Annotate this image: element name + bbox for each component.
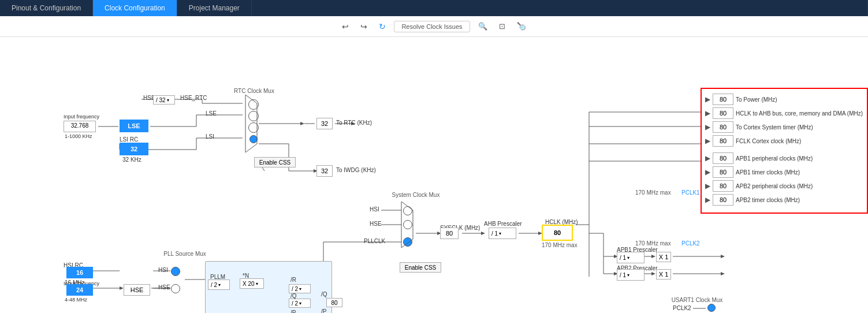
pllr-label: /R [290, 277, 296, 283]
output-row-0: ▶ 80 To Power (MHz) [705, 94, 863, 105]
output-arrow-3: ▶ [705, 137, 710, 145]
output-label-3: FCLK Cortex clock (MHz) [736, 138, 863, 144]
sysclk-value[interactable]: 80 [440, 228, 459, 239]
apb1-div-dropdown[interactable]: / 1 [617, 252, 645, 263]
svg-marker-15 [300, 122, 304, 125]
rtc-clock-mux-label: RTC Clock Mux [225, 88, 283, 94]
clock-diagram: Input frequency 32.768 1-1000 KHz LSE LS… [0, 37, 868, 313]
resolve-clock-button[interactable]: Resolve Clock Issues [394, 21, 470, 32]
usart1-mux-pclk2-circle[interactable] [707, 304, 716, 312]
svg-marker-92 [401, 202, 413, 248]
apb2-div-dropdown[interactable]: / 1 [617, 269, 645, 281]
div32-dropdown[interactable]: / 32 [153, 95, 175, 105]
hclk-max-label: 170 MHz max [542, 242, 578, 248]
undo-button[interactable]: ↩ [338, 21, 352, 32]
apb2-x1: X 1 [656, 269, 671, 280]
output-label-1: HCLK to AHB bus, core, memory and DMA (M… [736, 110, 863, 117]
output-label-0: To Power (MHz) [736, 96, 863, 103]
hsi-pll-label: HSI [158, 267, 168, 273]
apb1-x1: X 1 [656, 252, 671, 262]
refresh-button[interactable]: ↻ [375, 21, 389, 32]
svg-marker-30 [481, 232, 485, 235]
pclk2-usart-label: PCLK2 [673, 305, 691, 311]
pll-source-mux-label: PLL Source Mux [156, 251, 214, 257]
pllq-label: /Q [290, 293, 297, 299]
system-clock-mux-label: System Clock Mux [387, 192, 445, 198]
output-row-2: ▶ 80 To Cortex System timer (MHz) [705, 121, 863, 133]
plln-dropdown[interactable]: X 20 [240, 278, 264, 289]
output-arrow-4: ▶ [705, 154, 710, 162]
svg-marker-47 [651, 272, 655, 275]
pllp-label: /P [290, 310, 296, 313]
pclk1-label: PCLK1 [681, 189, 700, 196]
hclk-value-box[interactable]: 80 [542, 225, 573, 241]
toolbar: ↩ ↪ ↻ Resolve Clock Issues 🔍 ⊡ 🔍 [0, 16, 868, 37]
enable-css-button-top[interactable]: Enable CSS [254, 157, 296, 167]
pllq-dropdown[interactable]: / 2 [289, 299, 311, 308]
nav-extra[interactable] [252, 0, 868, 16]
hse-input-value: 24 [66, 284, 93, 296]
output-arrow-6: ▶ [705, 182, 710, 190]
output-val-0[interactable]: 80 [713, 94, 733, 105]
output-arrow-0: ▶ [705, 95, 710, 103]
output-arrow-2: ▶ [705, 123, 710, 131]
to-iwdg-label: To IWDG (KHz) [336, 167, 376, 173]
pllq-out-value: 80 [326, 298, 342, 307]
output-label-7: APB2 timer clocks (MHz) [736, 197, 863, 203]
output-val-4[interactable]: 80 [713, 152, 733, 164]
hsi-sys-label: HSI [370, 206, 379, 213]
lse-box: LSE [120, 120, 148, 132]
output-val-2[interactable]: 80 [713, 121, 733, 133]
pclk2-label: PCLK2 [681, 240, 700, 247]
hse-range-label: 4-48 MHz [65, 297, 87, 303]
svg-marker-91 [245, 95, 257, 152]
nav-clock[interactable]: Clock Configuration [93, 0, 177, 16]
output-val-7[interactable]: 80 [713, 194, 733, 206]
zoom-out-button[interactable]: 🔍 [513, 21, 530, 32]
lsi-box: 32 [120, 143, 148, 155]
output-row-1: ▶ 80 HCLK to AHB bus, core, memory and D… [705, 107, 863, 119]
pllm-dropdown[interactable]: / 2 [208, 280, 230, 290]
nav-pinout[interactable]: Pinout & Configuration [0, 0, 93, 16]
lse-input-freq-label: Input frequency [64, 114, 99, 120]
ahb-div-dropdown[interactable]: / 1 [489, 228, 516, 239]
pllp-out-label: /P [321, 308, 326, 313]
output-val-6[interactable]: 80 [713, 180, 733, 192]
lse-input-freq-value[interactable]: 32.768 [64, 121, 96, 132]
enable-css-button-bottom[interactable]: Enable CSS [400, 262, 441, 273]
hsi-rc-value: 16 [66, 267, 93, 278]
lse-mux-label: LSE [206, 110, 217, 117]
pll-src-mux-hse-circle[interactable] [171, 284, 180, 293]
pllq-out-label: /Q [321, 291, 327, 297]
hse-sys-label: HSE [370, 221, 382, 227]
pllclk-sys-label: PLLCLK [364, 238, 385, 244]
output-val-3[interactable]: 80 [713, 135, 733, 147]
nav-project[interactable]: Project Manager [177, 0, 252, 16]
zoom-in-button[interactable]: 🔍 [475, 21, 491, 32]
svg-marker-70 [120, 286, 124, 290]
output-arrow-5: ▶ [705, 168, 710, 176]
output-panel: ▶ 80 To Power (MHz) ▶ 80 HCLK to AHB bus… [701, 88, 868, 214]
pll-src-mux-hsi-circle[interactable] [171, 267, 180, 276]
fit-button[interactable]: ⊡ [496, 21, 509, 32]
pllr-dropdown[interactable]: / 2 [289, 284, 311, 293]
output-label-4: APB1 peripheral clocks (MHz) [736, 155, 863, 162]
sys-mux-body [398, 202, 416, 248]
usart1-clock-mux-label: USART1 Clock Mux [665, 297, 729, 303]
to-rtc-label: To RTC (KHz) [336, 120, 372, 126]
to-iwdg-value: 32 [316, 165, 333, 177]
to-rtc-value: 32 [316, 118, 333, 129]
output-label-5: APB1 timer clocks (MHz) [736, 169, 863, 176]
ahb-prescaler-label: AHB Prescaler [484, 221, 522, 227]
output-arrow-1: ▶ [705, 109, 710, 117]
output-val-1[interactable]: 80 [713, 107, 733, 119]
rtc-mux-body [243, 95, 260, 152]
hse-box: HSE [124, 284, 150, 296]
lse-range-label: 1-1000 KHz [65, 133, 92, 139]
lsi-mux-label: LSI [206, 133, 214, 140]
redo-button[interactable]: ↪ [357, 21, 371, 32]
output-label-6: APB2 peripheral clocks (MHz) [736, 183, 863, 189]
output-val-5[interactable]: 80 [713, 166, 733, 178]
output-row-5: ▶ 80 APB1 timer clocks (MHz) [705, 166, 863, 178]
svg-marker-43 [651, 255, 655, 258]
